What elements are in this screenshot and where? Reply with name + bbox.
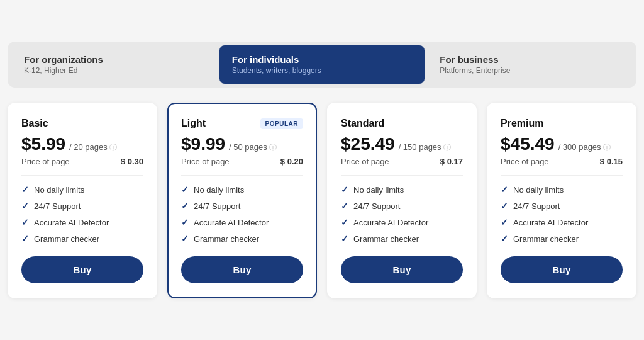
plan-pages: / 300 pages ⓘ: [558, 142, 611, 153]
feature-item: ✓ Grammar checker: [181, 234, 303, 244]
price-of-page-value: $ 0.30: [121, 157, 143, 166]
plan-pages: / 20 pages ⓘ: [69, 142, 117, 153]
feature-text: No daily limits: [34, 185, 84, 195]
plan-name: Standard: [341, 118, 384, 129]
tab-title-business: For business: [440, 54, 620, 65]
plan-name: Premium: [501, 118, 543, 129]
plan-card-standard: Standard $25.49 / 150 pages ⓘ Price of p…: [327, 103, 477, 298]
feature-text: Accurate AI Detector: [34, 218, 109, 227]
check-icon: ✓: [21, 234, 29, 244]
feature-item: ✓ Accurate AI Detector: [501, 217, 623, 227]
plan-price: $45.49: [501, 134, 555, 154]
price-of-page-value: $ 0.15: [600, 157, 623, 166]
tab-title-individuals: For individuals: [232, 54, 413, 65]
feature-item: ✓ No daily limits: [341, 184, 463, 195]
plan-card-premium: Premium $45.49 / 300 pages ⓘ Price of pa…: [487, 103, 636, 298]
features-list: ✓ No daily limits ✓ 24/7 Support ✓ Accur…: [501, 184, 623, 244]
plan-name: Light: [181, 118, 206, 129]
plan-card-basic: Basic $5.99 / 20 pages ⓘ Price of page $…: [8, 103, 157, 298]
feature-item: ✓ 24/7 Support: [501, 201, 623, 211]
check-icon: ✓: [21, 184, 29, 195]
plan-page-price: Price of page $ 0.30: [21, 157, 143, 176]
plan-name-row: Light POPULAR: [181, 118, 303, 129]
buy-button-light[interactable]: Buy: [181, 256, 303, 283]
feature-item: ✓ Grammar checker: [341, 234, 463, 244]
plan-name-row: Standard: [341, 118, 463, 129]
check-icon: ✓: [501, 217, 508, 227]
feature-text: Grammar checker: [513, 234, 579, 244]
buy-button-premium[interactable]: Buy: [501, 256, 623, 283]
feature-text: Grammar checker: [194, 234, 259, 244]
feature-text: No daily limits: [353, 185, 404, 195]
check-icon: ✓: [21, 217, 29, 227]
feature-item: ✓ No daily limits: [21, 184, 143, 195]
check-icon: ✓: [181, 201, 189, 211]
feature-text: Grammar checker: [353, 234, 419, 244]
plan-price: $9.99: [181, 134, 225, 154]
feature-item: ✓ No daily limits: [501, 184, 623, 195]
feature-item: ✓ 24/7 Support: [341, 201, 463, 211]
price-of-page-label: Price of page: [21, 157, 70, 166]
pricing-container: For organizations K-12, Higher Ed For in…: [8, 42, 636, 298]
features-list: ✓ No daily limits ✓ 24/7 Support ✓ Accur…: [341, 184, 463, 244]
feature-item: ✓ Accurate AI Detector: [341, 217, 463, 227]
plan-price-row: $45.49 / 300 pages ⓘ: [501, 134, 623, 154]
price-of-page-label: Price of page: [501, 157, 549, 166]
tab-organizations[interactable]: For organizations K-12, Higher Ed: [11, 45, 217, 84]
plans-grid: Basic $5.99 / 20 pages ⓘ Price of page $…: [8, 103, 636, 298]
check-icon: ✓: [21, 201, 29, 211]
check-icon: ✓: [501, 201, 508, 211]
feature-item: ✓ Accurate AI Detector: [181, 217, 303, 227]
plan-card-light: Light POPULAR $9.99 / 50 pages ⓘ Price o…: [167, 103, 317, 298]
feature-item: ✓ No daily limits: [181, 184, 303, 195]
feature-text: Accurate AI Detector: [353, 218, 428, 227]
tab-subtitle-organizations: K-12, Higher Ed: [24, 66, 204, 75]
plan-price: $25.49: [341, 134, 395, 154]
feature-text: 24/7 Support: [353, 201, 400, 211]
buy-button-basic[interactable]: Buy: [21, 256, 143, 283]
check-icon: ✓: [341, 217, 348, 227]
feature-item: ✓ Accurate AI Detector: [21, 217, 143, 227]
plan-name-row: Basic: [21, 118, 143, 129]
plan-pages: / 150 pages ⓘ: [399, 142, 452, 153]
check-icon: ✓: [341, 234, 348, 244]
check-icon: ✓: [501, 184, 508, 195]
plan-name-row: Premium: [501, 118, 623, 129]
feature-item: ✓ 24/7 Support: [181, 201, 303, 211]
check-icon: ✓: [341, 201, 348, 211]
tabs-row: For organizations K-12, Higher Ed For in…: [8, 42, 636, 88]
feature-text: 24/7 Support: [513, 201, 560, 211]
plan-pages: / 50 pages ⓘ: [229, 142, 277, 153]
tab-business[interactable]: For business Platforms, Enterprise: [427, 45, 633, 84]
feature-item: ✓ Grammar checker: [21, 234, 143, 244]
features-list: ✓ No daily limits ✓ 24/7 Support ✓ Accur…: [21, 184, 143, 244]
feature-text: Accurate AI Detector: [194, 218, 269, 227]
plan-name: Basic: [21, 118, 48, 129]
feature-text: Accurate AI Detector: [513, 218, 588, 227]
check-icon: ✓: [501, 234, 508, 244]
tab-subtitle-business: Platforms, Enterprise: [440, 66, 620, 75]
check-icon: ✓: [181, 234, 189, 244]
plan-price: $5.99: [21, 134, 65, 154]
feature-item: ✓ Grammar checker: [501, 234, 623, 244]
tab-subtitle-individuals: Students, writers, bloggers: [232, 66, 413, 75]
tab-individuals[interactable]: For individuals Students, writers, blogg…: [219, 45, 425, 84]
feature-text: No daily limits: [513, 185, 564, 195]
price-of-page-value: $ 0.20: [280, 157, 303, 166]
check-icon: ✓: [181, 184, 189, 195]
feature-text: 24/7 Support: [194, 201, 240, 211]
feature-text: 24/7 Support: [34, 201, 80, 211]
features-list: ✓ No daily limits ✓ 24/7 Support ✓ Accur…: [181, 184, 303, 244]
feature-text: No daily limits: [194, 185, 244, 195]
feature-text: Grammar checker: [34, 234, 99, 244]
price-of-page-value: $ 0.17: [440, 157, 463, 166]
check-icon: ✓: [341, 184, 348, 195]
plan-price-row: $9.99 / 50 pages ⓘ: [181, 134, 303, 154]
tab-title-organizations: For organizations: [24, 54, 204, 65]
popular-badge: POPULAR: [260, 118, 303, 129]
plan-price-row: $5.99 / 20 pages ⓘ: [21, 134, 143, 154]
feature-item: ✓ 24/7 Support: [21, 201, 143, 211]
buy-button-standard[interactable]: Buy: [341, 256, 463, 283]
check-icon: ✓: [181, 217, 189, 227]
plan-page-price: Price of page $ 0.17: [341, 157, 463, 176]
